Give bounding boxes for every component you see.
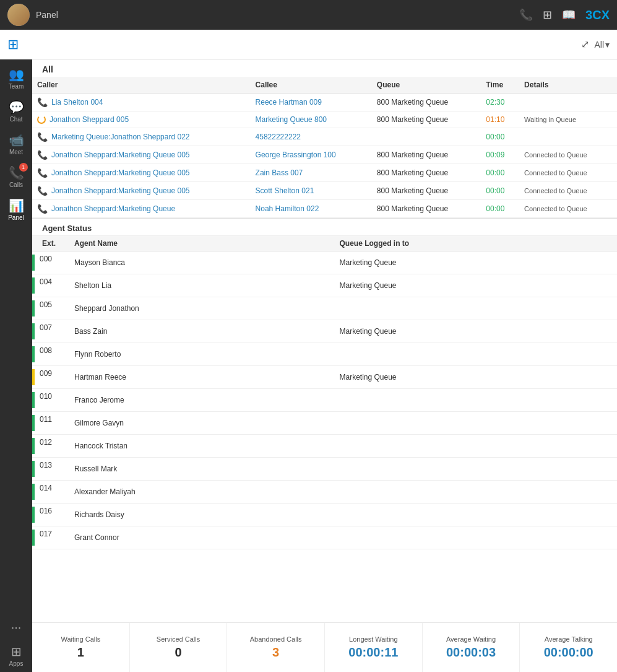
agent-queue — [334, 297, 617, 320]
sidebar-item-meet[interactable]: 📹 Meet — [0, 128, 32, 160]
agent-queue — [334, 481, 617, 504]
all-filter-dropdown[interactable]: All ▾ — [594, 40, 610, 50]
col-time: Time — [481, 77, 519, 94]
time-value: 00:00 — [486, 186, 504, 195]
agent-ext: 014 — [32, 481, 69, 504]
caller-link[interactable]: Jonathon Sheppard:Marketing Queue 005 — [51, 151, 190, 159]
queue-cell: 800 Marketing Queue — [372, 200, 481, 218]
expand-icon[interactable]: ⤢ — [581, 38, 589, 50]
time-value: 00:00 — [486, 168, 504, 177]
details-text: Waiting in Queue — [524, 116, 576, 123]
caller-link[interactable]: Jonathon Sheppard:Marketing Queue — [51, 204, 175, 213]
callee-link[interactable]: Reece Hartman 009 — [256, 98, 322, 107]
sidebar-item-apps[interactable]: ⊞ Apps — [0, 639, 32, 672]
sidebar-label-panel: Panel — [8, 214, 24, 221]
caller-link[interactable]: Marketing Queue:Jonathon Sheppard 022 — [51, 133, 190, 141]
phone-icon[interactable]: 📞 — [519, 8, 533, 22]
stat-average-waiting-value: 00:00:03 — [446, 645, 496, 660]
callee-link[interactable]: Noah Hamilton 022 — [256, 204, 319, 213]
agent-row: 009 Hartman Reece Marketing Queue — [32, 366, 617, 389]
agent-row: 012 Hancock Tristan — [32, 435, 617, 458]
chevron-down-icon: ▾ — [605, 40, 610, 50]
calls-section: Caller Callee Queue Time Details 📞 Lia S… — [32, 77, 617, 219]
agent-table-header: Ext. Agent Name Queue Logged in to — [32, 236, 617, 251]
all-label: All — [42, 64, 53, 74]
stat-abandoned-calls-label: Abandoned Calls — [250, 635, 302, 643]
queue-text: 800 Marketing Queue — [377, 168, 448, 177]
agent-queue — [334, 526, 617, 549]
grid-icon[interactable]: ⊞ — [543, 8, 552, 22]
brand-label: 3CX — [585, 8, 610, 22]
windows-icon[interactable]: ⊞ — [7, 37, 19, 53]
stat-average-talking-label: Average Talking — [545, 635, 593, 643]
call-active-icon: 📞 — [37, 132, 48, 142]
caller-link[interactable]: Jonathon Sheppard 005 — [50, 115, 129, 124]
queue-cell: 800 Marketing Queue — [372, 94, 481, 111]
agent-ext: 017 — [32, 526, 69, 549]
caller-link[interactable]: Jonathon Sheppard:Marketing Queue 005 — [51, 168, 190, 177]
table-row: 📞 Jonathon Sheppard:Marketing Queue Noah… — [32, 200, 617, 218]
calls-table-header: Caller Callee Queue Time Details — [32, 77, 617, 94]
col-caller: Caller — [32, 77, 251, 94]
table-row: Jonathon Sheppard 005 Marketing Queue 80… — [32, 111, 617, 128]
callee-link[interactable]: George Brassington 100 — [256, 151, 336, 159]
callee-link[interactable]: Scott Shelton 021 — [256, 186, 314, 195]
time-cell: 00:00 — [481, 164, 519, 182]
time-cell: 00:00 — [481, 182, 519, 200]
status-bar — [32, 484, 35, 500]
details-text: Connected to Queue — [524, 205, 587, 212]
col-agent-name: Agent Name — [69, 236, 334, 251]
col-callee: Callee — [251, 77, 372, 94]
status-bar — [32, 323, 35, 339]
calls-badge-wrapper: 📞 1 — [9, 165, 24, 180]
agent-name: Hancock Tristan — [69, 435, 334, 458]
agent-name: Grant Connor — [69, 526, 334, 549]
col-queue-logged: Queue Logged in to — [334, 236, 617, 251]
time-cell: 00:00 — [481, 128, 519, 146]
avatar — [7, 4, 30, 26]
stat-average-waiting-label: Average Waiting — [446, 635, 496, 643]
col-queue: Queue — [372, 77, 481, 94]
callee-link[interactable]: Zain Bass 007 — [256, 168, 303, 177]
agent-ext: 013 — [32, 458, 69, 481]
queue-text: 800 Marketing Queue — [377, 98, 448, 107]
agent-row: 007 Bass Zain Marketing Queue — [32, 320, 617, 343]
callee-cell: Zain Bass 007 — [251, 164, 372, 182]
agent-row: 011 Gilmore Gavyn — [32, 412, 617, 435]
agent-table: Ext. Agent Name Queue Logged in to 000 M… — [32, 236, 617, 549]
agent-ext: 005 — [32, 297, 69, 320]
status-bar — [32, 461, 35, 477]
book-icon[interactable]: 📖 — [562, 8, 576, 22]
stat-waiting-calls-value: 1 — [77, 645, 84, 660]
agent-name: Sheppard Jonathon — [69, 297, 334, 320]
agent-queue — [334, 504, 617, 526]
caller-link[interactable]: Jonathon Sheppard:Marketing Queue 005 — [51, 186, 190, 195]
call-active-icon: 📞 — [37, 97, 48, 107]
agent-ext: 008 — [32, 343, 69, 366]
queue-cell: 800 Marketing Queue — [372, 146, 481, 164]
sidebar-item-team[interactable]: 👥 Team — [0, 62, 32, 95]
apps-icon: ⊞ — [11, 644, 22, 659]
status-bar — [32, 369, 35, 385]
queue-cell: 800 Marketing Queue — [372, 111, 481, 128]
stat-average-waiting: Average Waiting 00:00:03 — [423, 623, 520, 672]
status-bar — [32, 392, 35, 408]
agent-queue: Marketing Queue — [334, 274, 617, 297]
sidebar-label-apps: Apps — [9, 660, 24, 667]
sidebar-item-panel[interactable]: 📊 Panel — [0, 193, 32, 226]
table-row: 📞 Marketing Queue:Jonathon Sheppard 022 … — [32, 128, 617, 146]
sidebar-label-team: Team — [9, 83, 24, 90]
agent-queue: Marketing Queue — [334, 320, 617, 343]
callee-link[interactable]: Marketing Queue 800 — [256, 115, 327, 124]
more-icon[interactable]: ··· — [11, 620, 22, 634]
agent-queue — [334, 412, 617, 435]
agent-queue: Marketing Queue — [334, 366, 617, 389]
callee-link[interactable]: 45822222222 — [256, 133, 301, 141]
sidebar-item-chat[interactable]: 💬 Chat — [0, 95, 32, 128]
table-row: 📞 Jonathon Sheppard:Marketing Queue 005 … — [32, 146, 617, 164]
sidebar-item-calls[interactable]: 📞 1 Calls — [0, 160, 32, 193]
agent-queue: Marketing Queue — [334, 251, 617, 274]
caller-link[interactable]: Lia Shelton 004 — [51, 98, 103, 107]
status-bar — [32, 530, 35, 546]
details-cell: Connected to Queue — [519, 182, 617, 200]
